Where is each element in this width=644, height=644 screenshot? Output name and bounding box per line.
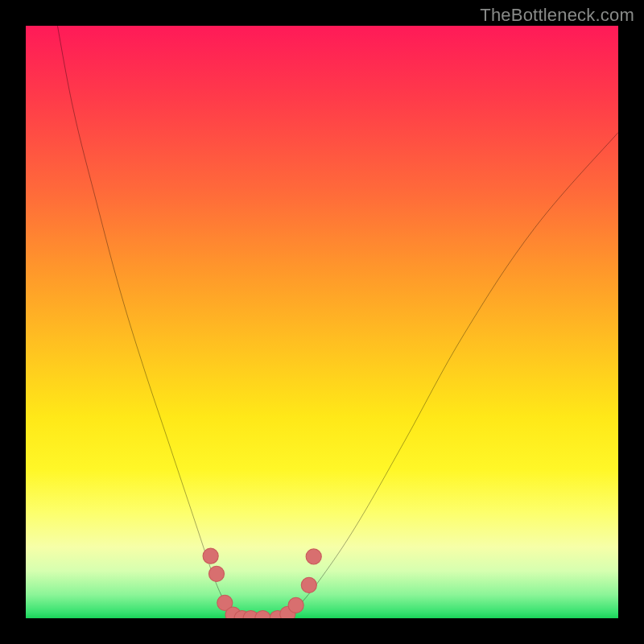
data-marker <box>255 610 270 618</box>
data-marker <box>306 549 321 564</box>
plot-area <box>26 26 618 618</box>
bottleneck-curve <box>26 26 618 618</box>
watermark-text: TheBottleneck.com <box>480 5 634 26</box>
data-marker <box>288 597 303 613</box>
curve-path <box>56 26 618 618</box>
data-marker <box>301 577 316 592</box>
data-marker <box>203 548 218 564</box>
marker-group <box>203 548 321 618</box>
chart-frame: TheBottleneck.com <box>0 0 644 644</box>
data-marker <box>208 566 224 581</box>
